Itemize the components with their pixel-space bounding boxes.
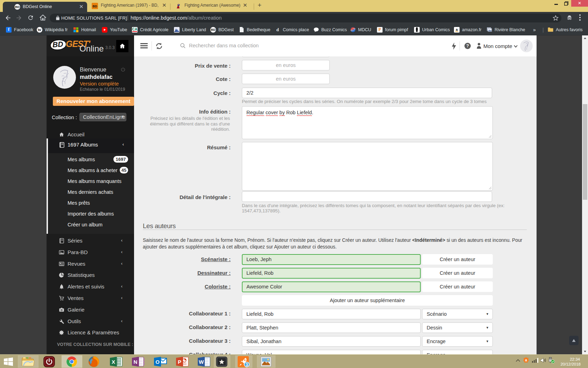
svg-text:W: W bbox=[199, 359, 204, 365]
svg-text:P: P bbox=[178, 359, 181, 365]
svg-text:3: 3 bbox=[246, 362, 248, 367]
svg-text:a: a bbox=[525, 358, 527, 362]
svg-text:X: X bbox=[112, 359, 115, 365]
svg-text:O: O bbox=[155, 359, 160, 365]
svg-text:a: a bbox=[456, 28, 458, 32]
svg-text:BD: BD bbox=[93, 5, 97, 8]
svg-text:N: N bbox=[134, 359, 138, 365]
svg-text:BD: BD bbox=[15, 5, 20, 9]
